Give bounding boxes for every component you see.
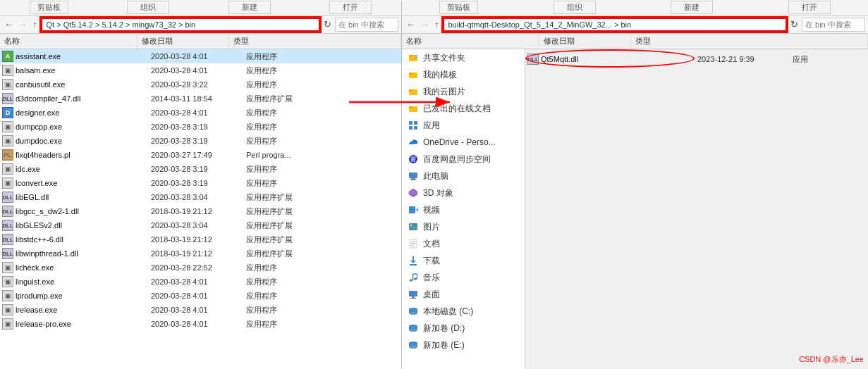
table-row[interactable]: ▣ dumpcpp.exe 2020-03-28 3:19 应用程序 bbox=[0, 120, 401, 134]
nav-label: 图片 bbox=[423, 221, 440, 233]
left-search-input[interactable] bbox=[335, 18, 398, 32]
nav-item-download[interactable]: 下载 bbox=[402, 252, 525, 269]
onedrive-icon bbox=[408, 137, 419, 148]
right-file-area: DLL Qt5Mqtt.dll 2023-12-21 9:39 应用 bbox=[525, 49, 868, 369]
right-col-type[interactable]: 类型 bbox=[631, 34, 868, 49]
svg-rect-19 bbox=[410, 180, 417, 180]
nav-item-desktop[interactable]: 桌面 bbox=[402, 286, 525, 303]
table-row[interactable]: PL fixqt4headers.pl 2020-03-27 17:49 Per… bbox=[0, 148, 401, 162]
file-icon: ▣ bbox=[1, 135, 14, 147]
nav-item-video[interactable]: 视频 bbox=[402, 201, 525, 218]
left-forward-button[interactable]: → bbox=[17, 20, 29, 29]
nav-item-disk-e[interactable]: 新加卷 (E:) bbox=[402, 337, 525, 354]
file-type: 应用程序 bbox=[243, 65, 400, 76]
table-row[interactable]: DLL libstdc++-6.dll 2018-03-19 21:12 应用程… bbox=[0, 232, 401, 246]
nav-item-my-templates[interactable]: 我的模板 bbox=[402, 66, 525, 83]
left-toolbar-label-clipboard: 剪贴板 bbox=[30, 1, 68, 14]
table-row[interactable]: ▣ linguist.exe 2020-03-28 4:01 应用程序 bbox=[0, 275, 401, 289]
nav-item-3d[interactable]: 3D 对象 bbox=[402, 184, 525, 201]
file-date: 2018-03-19 21:12 bbox=[148, 207, 243, 215]
file-name: dumpcpp.exe bbox=[14, 123, 148, 131]
left-address-box[interactable]: Qt > Qt5.14.2 > 5.14.2 > mingw73_32 > bi… bbox=[41, 18, 321, 32]
left-col-type[interactable]: 类型 bbox=[229, 34, 401, 49]
nav-label: 文档 bbox=[423, 238, 440, 250]
right-back-button[interactable]: ← bbox=[405, 20, 417, 29]
right-up-button[interactable]: ↑ bbox=[433, 20, 441, 29]
table-row[interactable]: ▣ canbusutil.exe 2020-03-28 3:22 应用程序 bbox=[0, 77, 401, 92]
nav-item-music[interactable]: 音乐 bbox=[402, 269, 525, 286]
table-row[interactable]: DLL libgcc_s_dw2-1.dll 2018-03-19 21:12 … bbox=[0, 204, 401, 218]
folder-icon bbox=[408, 69, 419, 80]
right-forward-button[interactable]: → bbox=[419, 20, 431, 29]
right-search-input[interactable] bbox=[802, 18, 865, 32]
file-type: 应用程序 bbox=[243, 319, 400, 330]
svg-rect-13 bbox=[409, 126, 412, 130]
left-col-name[interactable]: 名称 bbox=[0, 34, 137, 49]
file-icon: A bbox=[1, 50, 14, 63]
nav-item-my-cloud-pics[interactable]: 我的云图片 bbox=[402, 83, 525, 100]
nav-label: OneDrive - Perso... bbox=[423, 137, 496, 147]
table-row[interactable]: ▣ dumpdoc.exe 2020-03-28 3:19 应用程序 bbox=[0, 134, 401, 148]
nav-item-baidu[interactable]: 百 百度网盘同步空间 bbox=[402, 151, 525, 168]
table-row[interactable]: ▣ lrelease.exe 2020-03-28 4:01 应用程序 bbox=[0, 303, 401, 317]
table-row[interactable]: D designer.exe 2020-03-28 4:01 应用程序 bbox=[0, 106, 401, 120]
file-type: 应用程序扩展 bbox=[243, 94, 400, 104]
table-row[interactable]: DLL libGLESv2.dll 2020-03-28 3:04 应用程序扩展 bbox=[0, 218, 401, 232]
table-row[interactable]: ▣ licheck.exe 2020-03-28 22:52 应用程序 bbox=[0, 261, 401, 275]
table-row[interactable]: DLL libEGL.dll 2020-03-28 3:04 应用程序扩展 bbox=[0, 190, 401, 204]
file-name: idc.exe bbox=[14, 165, 148, 173]
nav-item-disk-c[interactable]: 本地磁盘 (C:) bbox=[402, 303, 525, 320]
right-toolbar-label-clipboard: 剪贴板 bbox=[439, 1, 478, 14]
table-row[interactable]: DLL d3dcompiler_47.dll 2014-03-11 18:54 … bbox=[0, 92, 401, 106]
table-row[interactable]: ▣ balsam.exe 2020-03-28 4:01 应用程序 bbox=[0, 63, 401, 77]
table-row[interactable]: ▣ lrelease-pro.exe 2020-03-28 4:01 应用程序 bbox=[0, 317, 401, 331]
file-name: libwinpthread-1.dll bbox=[14, 249, 148, 258]
exe-icon: PL bbox=[2, 149, 13, 161]
right-col-date[interactable]: 修改日期 bbox=[539, 34, 631, 49]
nav-item-shared-folder[interactable]: 共享文件夹 bbox=[402, 49, 525, 66]
table-row[interactable]: ▣ idc.exe 2020-03-28 3:19 应用程序 bbox=[0, 162, 401, 176]
left-up-button[interactable]: ↑ bbox=[31, 20, 39, 29]
apps-icon bbox=[408, 120, 419, 131]
file-icon: ▣ bbox=[1, 304, 14, 316]
nav-item-image[interactable]: 图片 bbox=[402, 218, 525, 235]
left-col-date[interactable]: 修改日期 bbox=[137, 34, 229, 49]
nav-item-this-pc[interactable]: 此电脑 bbox=[402, 168, 525, 184]
right-refresh-button[interactable]: ↻ bbox=[789, 19, 800, 30]
file-name: designer.exe bbox=[14, 108, 148, 117]
svg-rect-37 bbox=[409, 291, 417, 296]
left-file-list: A assistant.exe 2020-03-28 4:01 应用程序 ▣ b… bbox=[0, 49, 401, 369]
right-col-name[interactable]: 名称 bbox=[402, 34, 539, 49]
svg-marker-20 bbox=[409, 189, 417, 197]
nav-item-document[interactable]: 文档 bbox=[402, 235, 525, 252]
file-date: 2020-03-28 4:01 bbox=[148, 108, 243, 117]
image-icon bbox=[408, 221, 419, 232]
left-refresh-button[interactable]: ↻ bbox=[322, 19, 333, 30]
file-name: lrelease.exe bbox=[14, 306, 148, 314]
svg-rect-17 bbox=[409, 173, 417, 178]
nav-item-apps[interactable]: 应用 bbox=[402, 117, 525, 134]
nav-label: 音乐 bbox=[423, 272, 440, 284]
nav-item-onedrive[interactable]: OneDrive - Perso... bbox=[402, 134, 525, 151]
table-row[interactable]: ▣ lprodump.exe 2020-03-28 4:01 应用程序 bbox=[0, 289, 401, 303]
table-row[interactable]: A assistant.exe 2020-03-28 4:01 应用程序 bbox=[0, 49, 401, 63]
dll-icon: DLL bbox=[2, 206, 13, 217]
file-date: 2020-03-27 17:49 bbox=[148, 151, 243, 159]
file-icon: DLL bbox=[1, 191, 14, 204]
nav-item-disk-d[interactable]: 新加卷 (D:) bbox=[402, 320, 525, 337]
file-date: 2020-03-28 3:04 bbox=[148, 221, 243, 230]
file-name: dumpdoc.exe bbox=[14, 137, 148, 145]
file-name: balsam.exe bbox=[14, 66, 148, 75]
table-row[interactable]: ▣ lconvert.exe 2020-03-28 3:19 应用程序 bbox=[0, 176, 401, 190]
table-row[interactable]: DLL Qt5Mqtt.dll 2023-12-21 9:39 应用 bbox=[525, 52, 868, 66]
file-date: 2020-03-28 4:01 bbox=[148, 52, 243, 61]
file-name: lrelease-pro.exe bbox=[14, 320, 148, 328]
table-row[interactable]: DLL libwinpthread-1.dll 2018-03-19 21:12… bbox=[0, 246, 401, 261]
nav-item-published-docs[interactable]: 已发出的在线文档 bbox=[402, 100, 525, 117]
right-address-box[interactable]: build-qtmqtt-Desktop_Qt_5_14_2_MinGW_32.… bbox=[443, 18, 788, 32]
file-date: 2020-03-28 4:01 bbox=[148, 306, 243, 314]
svg-text:百: 百 bbox=[410, 156, 416, 163]
watermark: CSDN @乐亦_Lee bbox=[799, 354, 864, 365]
left-back-button[interactable]: ← bbox=[3, 20, 15, 29]
nav-label: 我的云图片 bbox=[423, 86, 465, 98]
